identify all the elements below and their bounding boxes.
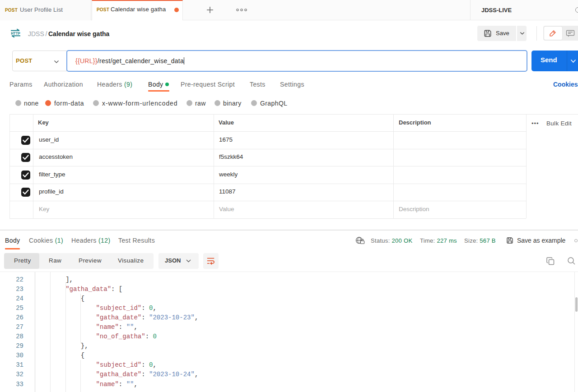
svg-text:HTTP: HTTP bbox=[11, 31, 20, 36]
